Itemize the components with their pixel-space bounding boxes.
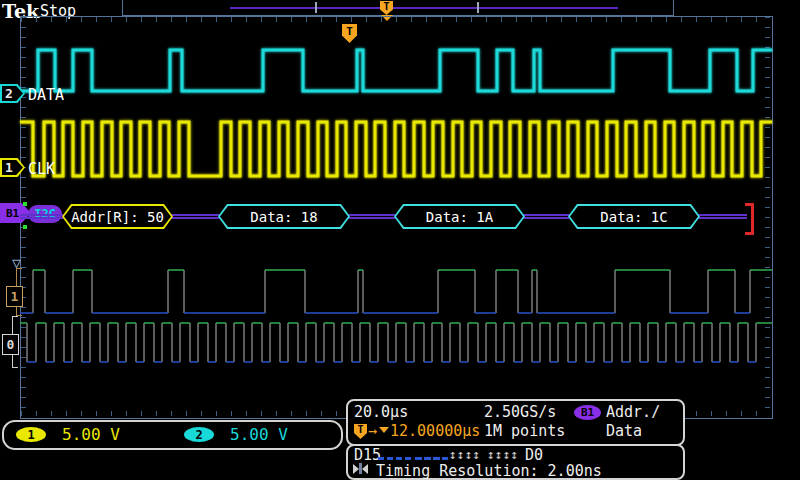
- timebase-readout: 20.0µs: [354, 403, 408, 421]
- bus-activity-dot-bottom: [23, 225, 27, 229]
- ch1-readout-badge: 1: [16, 427, 46, 442]
- d15-d12-state-dashes: [378, 457, 411, 460]
- channel2-marker: 2: [0, 84, 25, 103]
- trigger-delay-readout: 12.00000µs: [390, 422, 480, 440]
- d0-trace-edges: [27, 323, 756, 362]
- bus-packet: Data: 18: [218, 204, 350, 229]
- channel1-number: 1: [0, 158, 25, 177]
- d1-channel-label: 1: [6, 286, 23, 307]
- channel2-label: DATA: [28, 86, 64, 104]
- bus-packet: Addr[R]: 50: [62, 204, 173, 229]
- channel-readout-bar: 1 5.00 V 2 5.00 V: [2, 420, 343, 450]
- d0-channel-label: 0: [2, 334, 19, 355]
- bus-packet: Data: 1A: [394, 204, 525, 229]
- bus-readout-badge: B1: [574, 405, 601, 420]
- ch2-readout-badge: 2: [184, 427, 214, 442]
- timing-resolution-readout: Timing Resolution: 2.00ns: [376, 462, 602, 480]
- d3-d0-activity-icon: ↕↕↕↕: [487, 447, 518, 462]
- record-length-readout: 1M points: [484, 422, 565, 440]
- ch1-scale-readout: 5.00 V: [62, 425, 120, 444]
- sample-rate-readout: 2.50GS/s: [484, 403, 556, 421]
- delay-triangle-icon: [379, 427, 389, 433]
- acquisition-end-bracket: [745, 203, 754, 235]
- timing-resolution-icon: [353, 463, 368, 474]
- bus-readout-line2: Data: [606, 422, 642, 440]
- channel2-number: 2: [0, 84, 25, 103]
- d1-trace-edges: [33, 270, 750, 313]
- ch2-data-trace: [20, 50, 772, 91]
- horizontal-readout-box: 20.0µs 2.50GS/s B1 Addr./ T → 12.00000µs…: [346, 399, 685, 446]
- channel1-marker: 1: [0, 158, 25, 177]
- oscilloscope-screen: Tek Stop T T 2 DATA 1 CLK B1 I2C Addr[R]…: [0, 0, 800, 480]
- ch1-clk-trace: [20, 122, 772, 176]
- digital-readout-box: D15 ↕↕↕↕ ↕↕↕↕ D0 Timing Resolution: 2.00…: [346, 444, 685, 480]
- ch2-scale-readout: 5.00 V: [230, 425, 288, 444]
- arrow-right-icon: →: [368, 422, 377, 440]
- bus-activity-dot-top: [23, 202, 27, 206]
- bus-packet: Data: 1C: [568, 204, 700, 229]
- trigger-delay-icon: T: [354, 424, 367, 439]
- d7-d4-activity-icon: ↕↕↕↕: [449, 447, 480, 462]
- channel1-label: CLK: [28, 160, 55, 178]
- bus-readout-line1: Addr./: [606, 403, 660, 421]
- d11-d8-state-dashes: [415, 457, 448, 460]
